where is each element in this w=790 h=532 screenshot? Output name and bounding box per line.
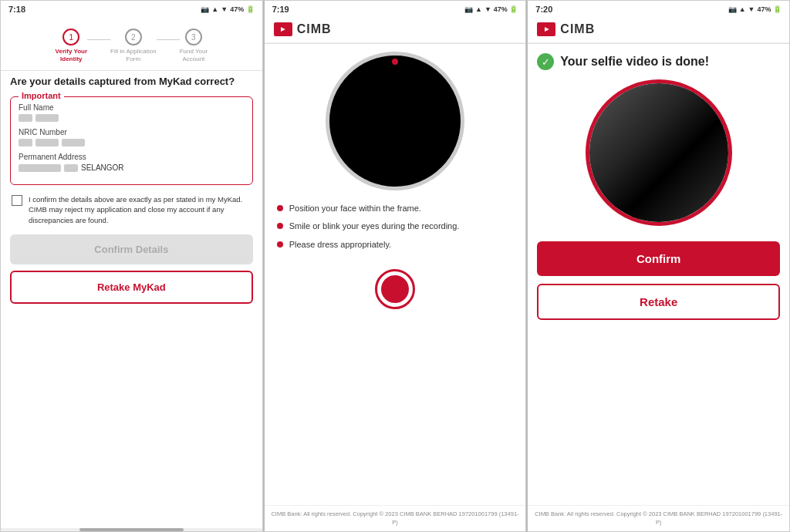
signal-icon-2: ▲ xyxy=(475,5,482,13)
camera-icon-2: 📷 xyxy=(464,5,473,13)
redact-block xyxy=(62,139,85,146)
wifi-icon-3: ▼ xyxy=(748,5,755,13)
signal-icon-3: ▲ xyxy=(739,5,746,13)
redact-block xyxy=(35,139,59,146)
checkbox-row[interactable]: I confirm the details above are exactly … xyxy=(10,194,253,225)
cimb-logo-text-2: CIMB xyxy=(297,22,332,36)
cimb-logo-icon-3: ▶ xyxy=(537,22,555,36)
step-line-2-3 xyxy=(157,39,180,40)
camera-indicator xyxy=(392,59,398,65)
step-1: 1 Verify YourIdentity xyxy=(56,29,88,62)
confirm-button[interactable]: Confirm xyxy=(537,241,780,276)
field-nric: NRIC Number xyxy=(19,128,245,146)
cimb-logo-3: ▶ CIMB xyxy=(537,22,780,36)
step-circle-3: 3 xyxy=(185,29,202,45)
status-bar-2: 7:19 📷 ▲ ▼ 47% 🔋 xyxy=(265,1,526,18)
camera-icon: 📷 xyxy=(201,5,209,13)
phone2-header: ▶ CIMB xyxy=(265,18,526,43)
battery-2: 47% 🔋 xyxy=(494,5,518,13)
redact-block xyxy=(19,164,61,172)
field-fullname: Full Name xyxy=(19,103,245,122)
instruction-text-3: Please dress appropriately. xyxy=(289,239,391,251)
success-icon: ✓ xyxy=(537,53,554,70)
status-icons-3: 📷 ▲ ▼ 47% 🔋 xyxy=(728,5,782,13)
phone3-header: ▶ CIMB xyxy=(528,18,789,43)
instruction-dot-1 xyxy=(277,205,283,211)
wifi-icon-2: ▼ xyxy=(484,5,491,13)
signal-icon: ▲ xyxy=(211,5,218,13)
record-btn-container xyxy=(375,269,415,309)
record-button-inner xyxy=(381,275,409,303)
fullname-redact xyxy=(19,114,245,122)
confirm-details-button: Confirm Details xyxy=(10,234,253,264)
selangor-text: SELANGOR xyxy=(81,163,124,172)
camera-icon-3: 📷 xyxy=(728,5,737,13)
redact-block xyxy=(19,139,32,146)
time-3: 7:20 xyxy=(535,5,552,14)
redact-block xyxy=(35,114,59,122)
step-circle-1: 1 xyxy=(62,29,79,45)
checkbox-text: I confirm the details above are exactly … xyxy=(29,194,252,225)
instruction-dot-3 xyxy=(277,241,283,247)
instruction-1: Position your face within the frame. xyxy=(277,203,514,214)
selfie-preview-circle xyxy=(586,79,732,226)
phone1-content: Are your details captured from MyKad cor… xyxy=(1,71,262,528)
success-banner: ✓ Your selfie video is done! xyxy=(537,53,709,70)
footer-3: CIMB Bank: All rights reserved. Copyrigh… xyxy=(528,505,789,531)
fullname-label: Full Name xyxy=(19,103,245,112)
phone-1: 7:18 📷 ▲ ▼ 47% 🔋 1 Verify YourIdentity 2… xyxy=(0,0,263,532)
phone3-content: ✓ Your selfie video is done! Confirm Ret… xyxy=(528,44,789,505)
cimb-logo-text-3: CIMB xyxy=(560,22,595,36)
address-label: Permanent Address xyxy=(19,153,245,161)
phone-3: 7:20 📷 ▲ ▼ 47% 🔋 ▶ CIMB ✓ Your selfie vi… xyxy=(526,0,790,532)
footer-2: CIMB Bank: All rights reserved. Copyrigh… xyxy=(265,505,526,531)
instruction-3: Please dress appropriately. xyxy=(277,239,514,251)
scroll-thumb-1 xyxy=(79,528,184,531)
checkbox[interactable] xyxy=(12,195,22,206)
question-title: Are your details captured from MyKad cor… xyxy=(10,76,253,89)
battery-3: 47% 🔋 xyxy=(758,5,782,13)
status-bar-3: 7:20 📷 ▲ ▼ 47% 🔋 xyxy=(528,1,789,18)
nric-label: NRIC Number xyxy=(19,128,245,136)
cimb-logo-icon-2: ▶ xyxy=(274,22,292,36)
phone1-header: 1 Verify YourIdentity 2 Fill in Applicat… xyxy=(1,18,262,70)
status-icons-2: 📷 ▲ ▼ 47% 🔋 xyxy=(464,5,518,13)
record-button[interactable] xyxy=(375,269,415,309)
instruction-2: Smile or blink your eyes during the reco… xyxy=(277,221,514,232)
instruction-dot-2 xyxy=(277,223,283,229)
scroll-indicator-1 xyxy=(1,528,262,531)
step-indicator: 1 Verify YourIdentity 2 Fill in Applicat… xyxy=(8,24,255,70)
instructions-list: Position your face within the frame. Smi… xyxy=(274,203,517,257)
nric-redact xyxy=(19,139,245,146)
status-icons-1: 📷 ▲ ▼ 47% 🔋 xyxy=(201,5,254,13)
important-label: Important xyxy=(19,91,64,100)
step-2: 2 Fill in ApplicationForm xyxy=(110,29,157,62)
step-label-3: Fund YourAccount xyxy=(180,48,208,62)
instruction-text-2: Smile or blink your eyes during the reco… xyxy=(289,221,460,232)
phones-container: 7:18 📷 ▲ ▼ 47% 🔋 1 Verify YourIdentity 2… xyxy=(0,0,790,532)
address-redact: SELANGOR xyxy=(19,163,245,172)
time-1: 7:18 xyxy=(8,5,25,14)
retake-mykad-button[interactable]: Retake MyKad xyxy=(10,271,253,304)
status-bar-1: 7:18 📷 ▲ ▼ 47% 🔋 xyxy=(1,1,262,18)
redact-block xyxy=(19,114,32,122)
redact-block xyxy=(64,164,78,172)
retake-button[interactable]: Retake xyxy=(537,284,780,320)
success-text: Your selfie video is done! xyxy=(560,55,709,69)
important-box: Important Full Name NRIC Number xyxy=(10,96,253,185)
step-circle-2: 2 xyxy=(125,29,142,45)
phone2-content: Position your face within the frame. Smi… xyxy=(265,44,526,505)
instruction-text-1: Position your face within the frame. xyxy=(289,203,421,214)
selfie-preview-image xyxy=(589,83,728,222)
cimb-logo-2: ▶ CIMB xyxy=(274,22,517,36)
phone-2: 7:19 📷 ▲ ▼ 47% 🔋 ▶ CIMB Position xyxy=(263,0,527,532)
time-2: 7:19 xyxy=(272,5,289,14)
field-address: Permanent Address SELANGOR xyxy=(19,153,245,172)
step-3: 3 Fund YourAccount xyxy=(180,29,208,62)
step-label-2: Fill in ApplicationForm xyxy=(110,48,157,62)
battery-1: 47% 🔋 xyxy=(230,5,255,13)
wifi-icon: ▼ xyxy=(221,5,228,13)
step-label-1: Verify YourIdentity xyxy=(56,48,88,62)
face-circle xyxy=(326,52,464,190)
step-line-1-2 xyxy=(87,39,110,40)
